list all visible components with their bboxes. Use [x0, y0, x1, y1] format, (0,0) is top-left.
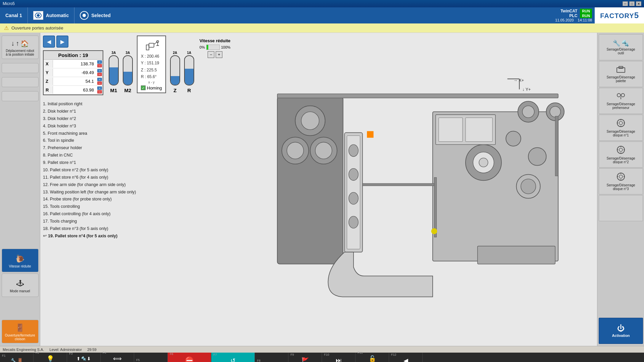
serrage-disque3-icon: [616, 172, 625, 183]
serrage-prehenseur-icon: [616, 93, 626, 102]
list-item: 11. Pallet store n°6 (for 4 axis only): [43, 174, 266, 181]
vitesse-inc-button[interactable]: +: [216, 51, 222, 58]
svg-point-15: [287, 142, 304, 159]
f2-button[interactable]: F2 💡 Éclairagezone du robot: [34, 353, 67, 362]
item-text: 7. Prehenseur holder: [43, 144, 82, 152]
f4-key-label: F4: [103, 351, 106, 354]
item-text: 12. Free arm side (for change arm side o…: [43, 181, 126, 189]
svg-rect-35: [439, 118, 463, 141]
activation-button[interactable]: ⏻ Activation: [599, 318, 643, 344]
f1-button[interactable]: F1 🔧🚪 Forçage cloison: [0, 353, 34, 362]
y-plus-arrow-text: ↓ Y+: [522, 87, 531, 92]
item-text: 8. Pallet in CNC: [43, 152, 73, 159]
f8-button[interactable]: F8: [255, 353, 288, 362]
f7-reset-button[interactable]: F7 ↺ Reset: [211, 353, 255, 362]
axis-m2-fill: [123, 72, 132, 85]
plc-label: PLC: [569, 13, 577, 18]
sidebar-btn-cloison[interactable]: 🚪 Ouverture/fermeturecloison: [2, 320, 39, 343]
pos-y-dec[interactable]: −: [97, 73, 102, 76]
right-btn-serrage-outil[interactable]: 🔧🔩 Serrage/Déserrageoutil: [599, 34, 643, 60]
svg-point-20: [349, 144, 359, 157]
serrage-palette-icon: [616, 66, 626, 75]
nav-prev-button[interactable]: ◀: [43, 36, 55, 48]
canal-label: Canal 1: [5, 13, 22, 18]
close-button[interactable]: ✕: [636, 1, 641, 6]
list-item: 15. Tools controlling: [43, 203, 266, 210]
f9-button[interactable]: F9 🚩 Étape par étape: [288, 353, 322, 362]
vitesse-dec-button[interactable]: −: [208, 51, 214, 58]
vitesse-section: Vitesse réduite 0% 100% − +: [200, 38, 230, 58]
auto-icon: [33, 11, 43, 20]
item-text: 18. Pallet store n°3 (for 5 axis only): [43, 225, 108, 233]
serrage-outil-icon: 🔧🔩: [613, 40, 629, 47]
axis-m2-bar: [123, 55, 133, 85]
window-controls: ─ □ ✕: [623, 1, 641, 6]
robot-home-label: Déplacement robotà la position initiale: [6, 49, 34, 56]
pos-x-inc[interactable]: +: [97, 60, 102, 64]
f2-key-label: F2: [36, 351, 39, 354]
sidebar-btn-vitesse[interactable]: 🐌 Vitesse réduite: [2, 249, 39, 272]
f6-key-label: F6: [170, 352, 173, 356]
pos-r-value: 63.98: [53, 86, 97, 94]
right-btn-serrage-disque2[interactable]: Serrage/Déserragedisque n°2: [599, 141, 643, 168]
item-text: 13. Waiting position left (for change ar…: [43, 189, 136, 196]
pos-r-dec[interactable]: −: [97, 90, 102, 94]
titlebar: Micro5 ─ □ ✕: [0, 0, 644, 7]
logo-text: FACTORY: [600, 12, 634, 20]
svg-point-47: [621, 94, 625, 97]
f11-icon: 🔓: [369, 355, 376, 362]
svg-point-17: [315, 142, 332, 159]
restore-button[interactable]: □: [629, 1, 635, 6]
svg-point-13: [301, 112, 319, 129]
level-label: Level: Administrator: [50, 348, 82, 352]
activation-icon: ⏻: [617, 324, 625, 333]
f11-button[interactable]: F11 🔓 Libération freinaxe Z: [356, 353, 389, 362]
list-item: 8. Pallet in CNC: [43, 152, 266, 159]
f12-key-label: F12: [391, 353, 396, 356]
position-box: Position : 19 X 138.78 + − Y -69.49: [43, 50, 103, 95]
svg-rect-37: [277, 94, 558, 98]
f3-button[interactable]: F3 ⬆🔩⬇ Haut/basmagasin palpeur: [67, 353, 101, 362]
right-btn-serrage-disque3[interactable]: Serrage/Déserragedisque n°3: [599, 168, 643, 194]
right-btn-serrage-palette[interactable]: Serrage/Déserragepalette: [599, 61, 643, 87]
canal-section: Canal 1: [0, 7, 28, 23]
item-text: 1. Initial position right: [43, 101, 82, 108]
topbar: Canal 1 Automatic Selected TwinCAT RUN P…: [0, 7, 644, 23]
item-text: 17. Tools charging: [43, 218, 77, 225]
twincat-label: TwinCAT: [560, 9, 577, 13]
pos-x-dec[interactable]: −: [97, 64, 102, 67]
f6-stop-button[interactable]: F6 ⛔ Stop: [168, 353, 211, 362]
right-btn-serrage-disque1[interactable]: Serrage/Déserragedisque n°1: [599, 115, 643, 141]
f1-icons: 🔧🚪: [11, 358, 23, 362]
nav-next-button[interactable]: ▶: [56, 36, 68, 48]
right-btn-serrage-prehenseur[interactable]: Serrage/Déserrageprehenseur: [599, 88, 643, 114]
sidebar-btn-mode-manuel[interactable]: 🕹 Mode manuel: [2, 274, 39, 297]
pos-r-inc[interactable]: +: [97, 86, 102, 90]
list-item: 13. Waiting position left (for change ar…: [43, 189, 266, 196]
robot-display-box: X : 200.46 Y : 151.19 Z : 225.5 R : 65.6…: [137, 36, 166, 93]
pos-r-buttons: + −: [97, 86, 103, 94]
serrage-prehenseur-label: Serrage/Déserrageprehenseur: [606, 102, 635, 110]
f5-key-label: F5: [136, 358, 140, 362]
f5-button[interactable]: F5: [134, 353, 168, 362]
list-item: 17. Tools charging: [43, 218, 266, 225]
item-text: 14. Probe store (for probe store only): [43, 196, 112, 203]
f1-key-label: F1: [2, 354, 6, 357]
pos-z-inc[interactable]: +: [97, 78, 102, 81]
svg-point-50: [617, 119, 625, 127]
f12-button[interactable]: F12 ◀ Retour: [389, 353, 423, 362]
sidebar-btn-robot-home[interactable]: ↓↑🏠 Déplacement robotà la position initi…: [2, 36, 39, 59]
vitesse-bar-row: 0% 100%: [200, 45, 230, 50]
minimize-button[interactable]: ─: [623, 1, 628, 6]
sidebar-spacer2: [2, 77, 39, 87]
pos-x-buttons: + −: [97, 60, 103, 68]
svg-rect-43: [478, 246, 555, 264]
pos-z-dec[interactable]: −: [97, 81, 102, 85]
svg-point-57: [619, 148, 623, 152]
logo-num: 5: [634, 11, 639, 20]
svg-point-21: [349, 169, 359, 181]
f10-button[interactable]: F10 ⏭ Prochaine étape: [322, 353, 356, 362]
f4-button[interactable]: F4 ⟺ Libérationpalpeur: [101, 353, 134, 362]
list-item: 16. Pallet controlling (for 4 axis only): [43, 210, 266, 218]
pos-y-inc[interactable]: +: [97, 69, 102, 72]
